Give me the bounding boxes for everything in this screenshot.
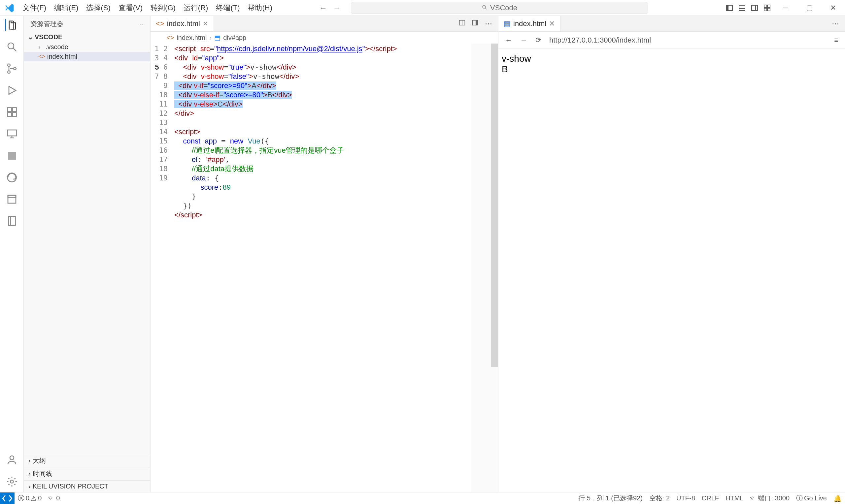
window-close-button[interactable]: ✕ <box>821 0 845 16</box>
toggle-panel-icon[interactable] <box>738 4 746 12</box>
preview-tab-label: index.html <box>513 19 546 28</box>
source-control-icon[interactable] <box>6 63 18 74</box>
menu-help[interactable]: 帮助(H) <box>244 3 276 13</box>
sidebar-more-icon[interactable]: ⋯ <box>137 20 144 28</box>
preview-icon: ▤ <box>504 19 511 28</box>
svg-rect-8 <box>764 5 767 7</box>
chevron-right-icon: › <box>29 483 31 490</box>
svg-point-14 <box>7 64 10 67</box>
status-notifications-icon[interactable]: 🔔 <box>830 494 845 502</box>
settings-gear-icon[interactable] <box>6 475 18 487</box>
chevron-right-icon: › <box>29 457 31 464</box>
sidebar-title: 资源管理器 <box>30 19 64 29</box>
menu-edit[interactable]: 编辑(E) <box>50 3 82 13</box>
run-debug-icon[interactable] <box>6 85 18 96</box>
menu-file[interactable]: 文件(F) <box>18 3 50 13</box>
tree-item-label: .vscode <box>46 43 68 51</box>
menu-lines-icon[interactable]: ≡ <box>834 36 839 44</box>
accounts-icon[interactable] <box>6 454 18 466</box>
status-ports[interactable]: ᯤ0 <box>45 494 63 502</box>
menu-run[interactable]: 运行(R) <box>179 3 212 13</box>
code-editor[interactable]: <script src="https://cdn.jsdelivr.net/np… <box>174 43 498 492</box>
close-icon[interactable]: ✕ <box>203 20 208 28</box>
window-maximize-button[interactable]: ▢ <box>797 0 821 16</box>
remote-explorer-icon[interactable] <box>6 128 18 140</box>
more-actions-icon[interactable]: ⋯ <box>485 19 492 28</box>
tab-index-html[interactable]: <> index.html ✕ <box>151 16 214 31</box>
remote-indicator[interactable] <box>0 492 15 504</box>
breadcrumb-symbol: div#app <box>223 34 246 41</box>
status-golive[interactable]: ⓘGo Live <box>793 494 830 503</box>
browser-back-icon[interactable]: ← <box>505 36 512 44</box>
project-icon[interactable] <box>6 193 18 205</box>
chevron-right-icon: › <box>29 470 31 478</box>
status-cursor[interactable]: 行 5，列 1 (已选择92) <box>575 494 646 503</box>
split-editor-icon[interactable] <box>458 19 466 29</box>
reload-icon[interactable]: ⟳ <box>535 36 541 44</box>
activity-bar <box>0 16 24 492</box>
svg-point-28 <box>10 456 14 460</box>
more-actions-icon[interactable]: ⋯ <box>832 19 839 28</box>
chevron-right-icon: › <box>38 43 43 51</box>
html-file-icon: <> <box>156 19 164 28</box>
status-eol[interactable]: CRLF <box>699 494 722 502</box>
preview-line: v-show <box>502 53 842 64</box>
status-bar: ⓧ0 ⚠0 ᯤ0 行 5，列 1 (已选择92) 空格: 2 UTF-8 CRL… <box>0 492 845 504</box>
search-activity-icon[interactable] <box>6 41 18 53</box>
radio-tower-icon: ᯤ <box>48 494 55 502</box>
file-index-html[interactable]: <> index.html <box>24 52 150 61</box>
timeline-section[interactable]: ›时间线 <box>24 467 150 480</box>
svg-point-29 <box>10 480 13 483</box>
toggle-secondary-sidebar-icon[interactable] <box>751 4 758 12</box>
folder-vscode[interactable]: › .vscode <box>24 42 150 52</box>
svg-rect-20 <box>12 108 16 112</box>
workspace-root[interactable]: ⌄ VSCODE <box>24 32 150 42</box>
extensions-icon[interactable] <box>6 106 18 118</box>
chevron-right-icon: › <box>210 34 212 41</box>
svg-rect-7 <box>756 5 758 11</box>
status-spaces[interactable]: 空格: 2 <box>646 494 673 503</box>
svg-line-13 <box>13 49 16 52</box>
menu-view[interactable]: 查看(V) <box>115 3 146 13</box>
symbol-icon: ⬒ <box>214 34 221 41</box>
book-icon[interactable] <box>6 215 18 227</box>
vertical-scrollbar[interactable] <box>491 43 498 367</box>
preview-url[interactable]: http://127.0.0.1:3000/index.html <box>549 36 826 44</box>
status-encoding[interactable]: UTF-8 <box>673 494 699 502</box>
toggle-primary-sidebar-icon[interactable] <box>725 4 734 12</box>
keil-section[interactable]: ›KEIL UVISION PROJECT <box>24 480 150 492</box>
ext-cube-icon[interactable] <box>6 150 18 162</box>
workspace-root-label: VSCODE <box>35 33 63 41</box>
split-editor-down-icon[interactable] <box>472 19 479 29</box>
command-center-search[interactable]: VSCode <box>351 2 648 14</box>
edge-icon[interactable] <box>6 172 18 183</box>
svg-rect-10 <box>764 8 767 11</box>
nav-back-icon[interactable]: ← <box>319 3 327 13</box>
customize-layout-icon[interactable] <box>763 4 771 12</box>
svg-line-1 <box>485 8 487 9</box>
menu-terminal[interactable]: 终端(T) <box>212 3 244 13</box>
status-port[interactable]: ᯤ端口: 3000 <box>746 494 793 503</box>
close-icon[interactable]: ✕ <box>549 19 555 28</box>
svg-rect-24 <box>8 195 16 203</box>
svg-point-23 <box>7 173 16 182</box>
explorer-icon[interactable] <box>5 19 18 31</box>
svg-rect-3 <box>726 5 728 11</box>
svg-rect-6 <box>752 5 758 11</box>
breadcrumb[interactable]: <> index.html › ⬒ div#app <box>151 32 498 43</box>
svg-point-15 <box>7 71 10 74</box>
menu-go[interactable]: 转到(G) <box>146 3 179 13</box>
status-problems[interactable]: ⓧ0 ⚠0 <box>15 494 45 503</box>
tree-item-label: index.html <box>47 53 77 60</box>
error-icon: ⓧ <box>18 494 24 503</box>
outline-section[interactable]: ›大纲 <box>24 454 150 467</box>
line-numbers: 1 2 3 4 5 6 7 8 9 10 11 12 13 14 15 16 1… <box>151 43 174 492</box>
nav-forward-icon[interactable]: → <box>333 3 341 13</box>
menu-bar: 文件(F) 编辑(E) 选择(S) 查看(V) 转到(G) 运行(R) 终端(T… <box>18 3 276 13</box>
status-language[interactable]: HTML <box>722 494 746 502</box>
preview-tab-index[interactable]: ▤ index.html ✕ <box>498 16 561 31</box>
window-minimize-button[interactable]: ─ <box>774 0 797 16</box>
menu-selection[interactable]: 选择(S) <box>82 3 114 13</box>
browser-forward-icon[interactable]: → <box>520 36 527 44</box>
preview-line: B <box>502 64 842 74</box>
